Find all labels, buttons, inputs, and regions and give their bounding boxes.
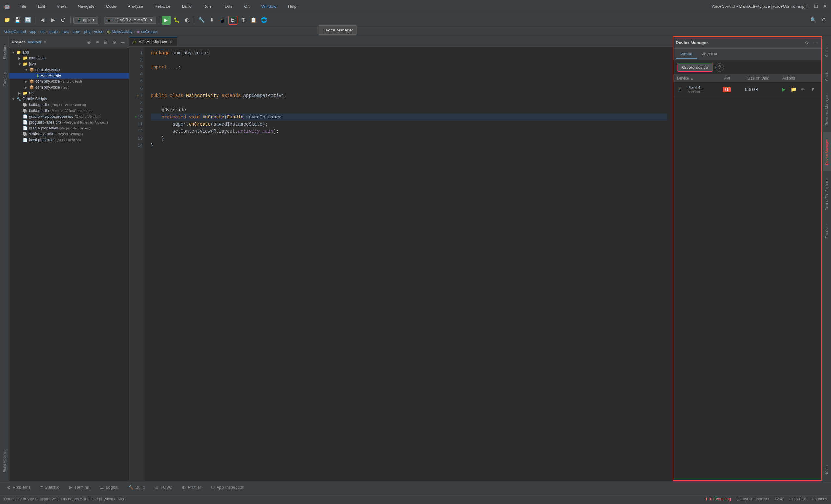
tab-profiler[interactable]: ◐ Profiler (177, 483, 205, 491)
avd-manager-btn[interactable]: 📱 (218, 16, 227, 25)
build-variants-panel-btn[interactable]: Build Variants (0, 445, 9, 478)
back-btn[interactable]: ◀ (38, 16, 47, 25)
indent-display[interactable]: 4 spaces (811, 497, 827, 501)
dm-run-btn[interactable]: ▶ (779, 85, 788, 94)
recent-btn[interactable]: ⏱ (59, 16, 68, 25)
forward-btn[interactable]: ▶ (48, 16, 57, 25)
tree-item-build-gradle-app[interactable]: 🐘 build.gradle (Module: VoiceControl.app… (9, 108, 129, 114)
tree-item-java[interactable]: ▼ 📁 java (9, 61, 129, 67)
tab-statistic[interactable]: ≡ Statistic (36, 483, 64, 491)
crumb-src[interactable]: src (40, 30, 46, 34)
tab-logcat[interactable]: ☰ Logcat (95, 483, 123, 491)
crumb-oncreate[interactable]: ◉ onCreate (136, 30, 157, 34)
menu-edit[interactable]: Edit (35, 3, 48, 9)
dm-minimize-icon[interactable]: ─ (811, 39, 819, 47)
search-everywhere-btn[interactable]: 🔍 (809, 16, 818, 25)
crumb-voicecontrol[interactable]: VoiceControl (4, 30, 26, 34)
editor-content[interactable]: 1 2 3 4 5 6 ⚠7 8 9 ●10 11 12 13 14 packa… (129, 47, 672, 481)
tree-item-android-test[interactable]: ▶ 📦 com.phy.voice (androidTest) (9, 79, 129, 84)
dm-tab-virtual[interactable]: Virtual (676, 50, 697, 59)
sidebar-resource-manager-btn[interactable]: Resource Manager (823, 89, 831, 132)
menu-window[interactable]: Window (259, 3, 279, 9)
save-btn[interactable]: 💾 (13, 16, 22, 25)
menu-refactor[interactable]: Refactor (152, 3, 173, 9)
crumb-com[interactable]: com (73, 30, 80, 34)
app-selector[interactable]: 📱 app ▼ (74, 17, 98, 24)
tab-app-inspection[interactable]: ⬡ App Inspection (206, 483, 249, 491)
debug-btn[interactable]: 🐛 (172, 16, 181, 25)
device-selector[interactable]: 📱 HONOR ALA-AN70 ▼ (104, 17, 156, 24)
device-manager-btn[interactable]: 🖥 (228, 16, 237, 25)
dm-settings-icon[interactable]: ⚙ (803, 39, 810, 47)
sync-btn[interactable]: 🔄 (23, 16, 32, 25)
menu-run[interactable]: Run (201, 3, 213, 9)
sdk-manager-btn[interactable]: ⬇ (207, 16, 217, 25)
tab-todo[interactable]: ☑ TODO (150, 483, 177, 491)
logcat-btn[interactable]: 📋 (249, 16, 258, 25)
tree-item-local-props[interactable]: 📄 local.properties (SDK Location) (9, 137, 129, 143)
run-button[interactable]: ▶ (162, 16, 171, 25)
dm-device-row[interactable]: 📱 Pixel 4... Android ... 31 9.6 GB ▶ 📁 ✏… (673, 82, 821, 97)
menu-help[interactable]: Help (285, 3, 299, 9)
dm-tab-physical[interactable]: Physical (697, 50, 722, 59)
profile-btn[interactable]: ◐ (182, 16, 192, 25)
gear-icon[interactable]: ⊕ (85, 39, 92, 46)
tab-close-btn[interactable]: ✕ (169, 39, 173, 45)
tree-item-settings-gradle[interactable]: 🐘 settings.gradle (Project Settings) (9, 131, 129, 137)
sidebar-codota-btn[interactable]: Codota (823, 39, 831, 63)
tree-item-manifests[interactable]: ▶ 📁 manifests (9, 55, 129, 61)
maximize-btn[interactable]: □ (814, 3, 818, 9)
crumb-java[interactable]: java (62, 30, 69, 34)
crumb-main[interactable]: main (49, 30, 58, 34)
menu-git[interactable]: Git (241, 3, 252, 9)
gradle-sync-btn[interactable]: 🔧 (197, 16, 206, 25)
menu-analyze[interactable]: Analyze (125, 3, 145, 9)
close-btn[interactable]: ✕ (823, 3, 827, 9)
tab-problems[interactable]: ⊗ Problems (3, 483, 35, 491)
code-content[interactable]: package com.phy.voice; import ...; publi… (145, 47, 672, 481)
tree-item-gradle-wrapper[interactable]: 📄 gradle-wrapper.properties (Gradle Vers… (9, 114, 129, 119)
tree-item-proguard[interactable]: 📄 proguard-rules.pro (ProGuard Rules for… (9, 119, 129, 125)
menu-build[interactable]: Build (179, 3, 194, 9)
minimize-btn[interactable]: ─ (806, 3, 809, 9)
dm-help-btn[interactable]: ? (715, 63, 724, 72)
tree-item-res[interactable]: ▶ 📁 res (9, 90, 129, 96)
tree-item-com-phy-voice[interactable]: ▼ 📦 com.phy.voice (9, 67, 129, 73)
tree-item-app[interactable]: ▼ 📁 app (9, 49, 129, 55)
create-device-btn[interactable]: Create device (677, 63, 713, 72)
settings-btn[interactable]: ⚙ (819, 16, 828, 25)
tab-terminal[interactable]: ▶ Terminal (65, 483, 95, 491)
sort-icon[interactable]: ≡ (94, 39, 101, 46)
tree-item-gradle-props[interactable]: 📄 gradle.properties (Project Properties) (9, 125, 129, 131)
tab-mainactivity[interactable]: ◎ MainActivity.java ✕ (129, 37, 177, 47)
menu-view[interactable]: View (54, 3, 68, 9)
crumb-app[interactable]: app (30, 30, 36, 34)
menu-navigate[interactable]: Navigate (75, 3, 97, 9)
crumb-phy[interactable]: phy (84, 30, 90, 34)
wipe-btn[interactable]: 🗑 (238, 16, 248, 25)
open-btn[interactable]: 📁 (3, 16, 12, 25)
favorites-panel-btn[interactable]: Favorites (0, 66, 9, 92)
collapse-icon[interactable]: ⊟ (102, 39, 109, 46)
tree-item-build-gradle-project[interactable]: 🐘 build.gradle (Project: VoiceControl) (9, 102, 129, 108)
android-dropdown[interactable]: Android (28, 40, 41, 45)
tree-item-gradle-scripts[interactable]: ▼ 🔧 Gradle Scripts (9, 96, 129, 102)
sidebar-gradle-btn[interactable]: Gradle (823, 64, 831, 88)
sidebar-device-manager-btn[interactable]: Device Manager (823, 132, 831, 171)
menu-file[interactable]: File (17, 3, 29, 9)
encoding-display[interactable]: LF UTF-8 (790, 497, 806, 501)
dm-edit-btn[interactable]: ✏ (799, 85, 808, 94)
crumb-voice[interactable]: voice (94, 30, 103, 34)
sidebar-make-btn[interactable]: Make (823, 459, 831, 481)
structure-panel-btn[interactable]: Structure (0, 39, 9, 65)
menu-tools[interactable]: Tools (220, 3, 235, 9)
tab-build[interactable]: 🔨 Build (124, 483, 149, 491)
menu-code[interactable]: Code (104, 3, 119, 9)
minimize-panel-icon[interactable]: ─ (119, 39, 126, 46)
tree-item-test[interactable]: ▶ 📦 com.phy.voice (test) (9, 84, 129, 90)
crumb-mainactivity[interactable]: ◎ MainActivity (107, 30, 133, 34)
event-log-item[interactable]: ℹ ① Event Log (706, 497, 731, 501)
tree-item-mainactivity[interactable]: ◎ MainActivity (9, 73, 129, 79)
sidebar-emulator-btn[interactable]: Emulator (823, 218, 831, 245)
dm-folder-btn[interactable]: 📁 (789, 85, 798, 94)
